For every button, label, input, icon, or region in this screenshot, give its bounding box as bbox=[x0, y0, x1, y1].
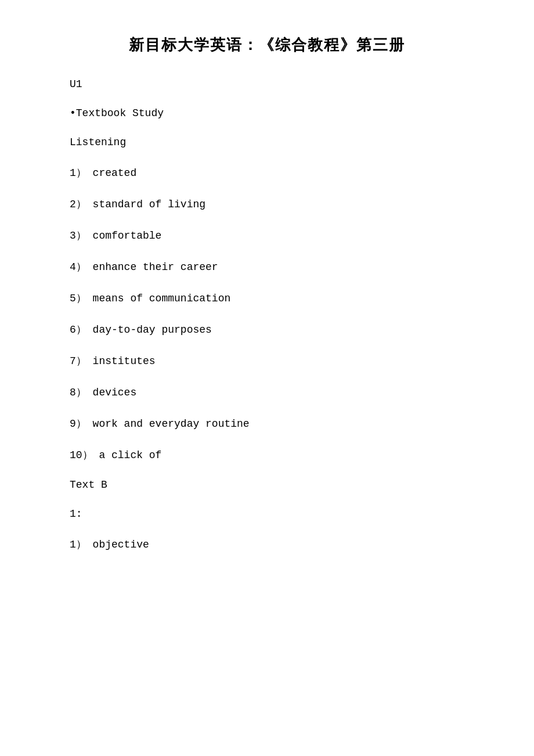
list-item-5: 5） means of communication bbox=[70, 291, 464, 305]
text-b-label: Text B bbox=[70, 479, 464, 491]
list-item-1: 1） created bbox=[70, 165, 464, 179]
list-item-10: 10） a click of bbox=[70, 448, 464, 462]
list-item-8: 8） devices bbox=[70, 385, 464, 399]
list-item-6: 6） day-to-day purposes bbox=[70, 322, 464, 336]
listening-label: Listening bbox=[70, 136, 464, 148]
textbook-study-label: •Textbook Study bbox=[70, 107, 464, 119]
page-title: 新目标大学英语：《综合教程》第三册 bbox=[70, 35, 464, 55]
list-item-9: 9） work and everyday routine bbox=[70, 416, 464, 430]
list-item-3: 3） comfortable bbox=[70, 228, 464, 242]
list-item-2: 2） standard of living bbox=[70, 197, 464, 211]
sub-number-label: 1: bbox=[70, 508, 464, 520]
list-item-7: 7） institutes bbox=[70, 354, 464, 368]
list-item-4: 4） enhance their career bbox=[70, 260, 464, 273]
sub-item-1: 1） objective bbox=[70, 537, 464, 551]
unit-label: U1 bbox=[70, 78, 464, 90]
